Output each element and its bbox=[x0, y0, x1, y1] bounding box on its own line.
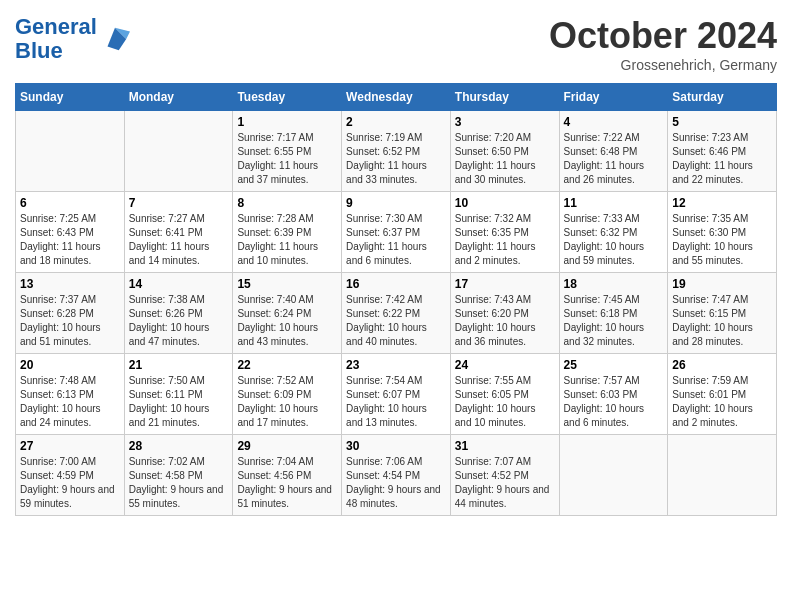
calendar-day-cell: 19Sunrise: 7:47 AM Sunset: 6:15 PM Dayli… bbox=[668, 273, 777, 354]
day-info: Sunrise: 7:55 AM Sunset: 6:05 PM Dayligh… bbox=[455, 374, 555, 430]
calendar-day-cell: 9Sunrise: 7:30 AM Sunset: 6:37 PM Daylig… bbox=[342, 192, 451, 273]
day-number: 8 bbox=[237, 196, 337, 210]
weekday-header: Sunday bbox=[16, 84, 125, 111]
title-block: October 2024 Grossenehrich, Germany bbox=[549, 15, 777, 73]
calendar-day-cell: 5Sunrise: 7:23 AM Sunset: 6:46 PM Daylig… bbox=[668, 111, 777, 192]
day-info: Sunrise: 7:07 AM Sunset: 4:52 PM Dayligh… bbox=[455, 455, 555, 511]
day-number: 27 bbox=[20, 439, 120, 453]
calendar-week-row: 20Sunrise: 7:48 AM Sunset: 6:13 PM Dayli… bbox=[16, 354, 777, 435]
day-number: 3 bbox=[455, 115, 555, 129]
calendar-day-cell: 4Sunrise: 7:22 AM Sunset: 6:48 PM Daylig… bbox=[559, 111, 668, 192]
day-info: Sunrise: 7:54 AM Sunset: 6:07 PM Dayligh… bbox=[346, 374, 446, 430]
calendar-week-row: 6Sunrise: 7:25 AM Sunset: 6:43 PM Daylig… bbox=[16, 192, 777, 273]
day-info: Sunrise: 7:04 AM Sunset: 4:56 PM Dayligh… bbox=[237, 455, 337, 511]
calendar-table: SundayMondayTuesdayWednesdayThursdayFrid… bbox=[15, 83, 777, 516]
calendar-day-cell: 6Sunrise: 7:25 AM Sunset: 6:43 PM Daylig… bbox=[16, 192, 125, 273]
calendar-day-cell: 23Sunrise: 7:54 AM Sunset: 6:07 PM Dayli… bbox=[342, 354, 451, 435]
day-number: 29 bbox=[237, 439, 337, 453]
calendar-day-cell: 14Sunrise: 7:38 AM Sunset: 6:26 PM Dayli… bbox=[124, 273, 233, 354]
calendar-day-cell: 21Sunrise: 7:50 AM Sunset: 6:11 PM Dayli… bbox=[124, 354, 233, 435]
day-number: 11 bbox=[564, 196, 664, 210]
day-number: 19 bbox=[672, 277, 772, 291]
day-info: Sunrise: 7:27 AM Sunset: 6:41 PM Dayligh… bbox=[129, 212, 229, 268]
day-info: Sunrise: 7:52 AM Sunset: 6:09 PM Dayligh… bbox=[237, 374, 337, 430]
day-info: Sunrise: 7:22 AM Sunset: 6:48 PM Dayligh… bbox=[564, 131, 664, 187]
calendar-day-cell bbox=[668, 435, 777, 516]
day-number: 10 bbox=[455, 196, 555, 210]
calendar-day-cell: 29Sunrise: 7:04 AM Sunset: 4:56 PM Dayli… bbox=[233, 435, 342, 516]
calendar-day-cell: 10Sunrise: 7:32 AM Sunset: 6:35 PM Dayli… bbox=[450, 192, 559, 273]
calendar-day-cell: 17Sunrise: 7:43 AM Sunset: 6:20 PM Dayli… bbox=[450, 273, 559, 354]
day-number: 25 bbox=[564, 358, 664, 372]
day-number: 22 bbox=[237, 358, 337, 372]
day-info: Sunrise: 7:48 AM Sunset: 6:13 PM Dayligh… bbox=[20, 374, 120, 430]
calendar-body: 1Sunrise: 7:17 AM Sunset: 6:55 PM Daylig… bbox=[16, 111, 777, 516]
day-info: Sunrise: 7:33 AM Sunset: 6:32 PM Dayligh… bbox=[564, 212, 664, 268]
calendar-day-cell: 16Sunrise: 7:42 AM Sunset: 6:22 PM Dayli… bbox=[342, 273, 451, 354]
calendar-day-cell: 15Sunrise: 7:40 AM Sunset: 6:24 PM Dayli… bbox=[233, 273, 342, 354]
calendar-week-row: 27Sunrise: 7:00 AM Sunset: 4:59 PM Dayli… bbox=[16, 435, 777, 516]
day-info: Sunrise: 7:23 AM Sunset: 6:46 PM Dayligh… bbox=[672, 131, 772, 187]
logo-text: General Blue bbox=[15, 15, 97, 63]
calendar-day-cell: 25Sunrise: 7:57 AM Sunset: 6:03 PM Dayli… bbox=[559, 354, 668, 435]
calendar-day-cell: 1Sunrise: 7:17 AM Sunset: 6:55 PM Daylig… bbox=[233, 111, 342, 192]
calendar-day-cell: 28Sunrise: 7:02 AM Sunset: 4:58 PM Dayli… bbox=[124, 435, 233, 516]
day-number: 1 bbox=[237, 115, 337, 129]
calendar-week-row: 13Sunrise: 7:37 AM Sunset: 6:28 PM Dayli… bbox=[16, 273, 777, 354]
day-info: Sunrise: 7:57 AM Sunset: 6:03 PM Dayligh… bbox=[564, 374, 664, 430]
day-info: Sunrise: 7:19 AM Sunset: 6:52 PM Dayligh… bbox=[346, 131, 446, 187]
calendar-header: SundayMondayTuesdayWednesdayThursdayFrid… bbox=[16, 84, 777, 111]
day-info: Sunrise: 7:17 AM Sunset: 6:55 PM Dayligh… bbox=[237, 131, 337, 187]
calendar-day-cell: 18Sunrise: 7:45 AM Sunset: 6:18 PM Dayli… bbox=[559, 273, 668, 354]
calendar-day-cell bbox=[16, 111, 125, 192]
day-info: Sunrise: 7:42 AM Sunset: 6:22 PM Dayligh… bbox=[346, 293, 446, 349]
location: Grossenehrich, Germany bbox=[549, 57, 777, 73]
day-info: Sunrise: 7:50 AM Sunset: 6:11 PM Dayligh… bbox=[129, 374, 229, 430]
page-header: General Blue October 2024 Grossenehrich,… bbox=[15, 15, 777, 73]
calendar-day-cell: 11Sunrise: 7:33 AM Sunset: 6:32 PM Dayli… bbox=[559, 192, 668, 273]
day-info: Sunrise: 7:47 AM Sunset: 6:15 PM Dayligh… bbox=[672, 293, 772, 349]
day-number: 13 bbox=[20, 277, 120, 291]
day-info: Sunrise: 7:25 AM Sunset: 6:43 PM Dayligh… bbox=[20, 212, 120, 268]
weekday-header: Monday bbox=[124, 84, 233, 111]
day-info: Sunrise: 7:40 AM Sunset: 6:24 PM Dayligh… bbox=[237, 293, 337, 349]
day-number: 6 bbox=[20, 196, 120, 210]
day-info: Sunrise: 7:02 AM Sunset: 4:58 PM Dayligh… bbox=[129, 455, 229, 511]
calendar-day-cell: 24Sunrise: 7:55 AM Sunset: 6:05 PM Dayli… bbox=[450, 354, 559, 435]
calendar-day-cell: 3Sunrise: 7:20 AM Sunset: 6:50 PM Daylig… bbox=[450, 111, 559, 192]
weekday-header: Wednesday bbox=[342, 84, 451, 111]
day-number: 9 bbox=[346, 196, 446, 210]
day-info: Sunrise: 7:32 AM Sunset: 6:35 PM Dayligh… bbox=[455, 212, 555, 268]
calendar-day-cell: 22Sunrise: 7:52 AM Sunset: 6:09 PM Dayli… bbox=[233, 354, 342, 435]
calendar-day-cell: 13Sunrise: 7:37 AM Sunset: 6:28 PM Dayli… bbox=[16, 273, 125, 354]
day-info: Sunrise: 7:06 AM Sunset: 4:54 PM Dayligh… bbox=[346, 455, 446, 511]
calendar-day-cell: 7Sunrise: 7:27 AM Sunset: 6:41 PM Daylig… bbox=[124, 192, 233, 273]
weekday-header: Saturday bbox=[668, 84, 777, 111]
weekday-row: SundayMondayTuesdayWednesdayThursdayFrid… bbox=[16, 84, 777, 111]
month-title: October 2024 bbox=[549, 15, 777, 57]
logo-icon bbox=[100, 24, 130, 54]
day-info: Sunrise: 7:35 AM Sunset: 6:30 PM Dayligh… bbox=[672, 212, 772, 268]
day-number: 18 bbox=[564, 277, 664, 291]
weekday-header: Friday bbox=[559, 84, 668, 111]
calendar-day-cell: 12Sunrise: 7:35 AM Sunset: 6:30 PM Dayli… bbox=[668, 192, 777, 273]
day-number: 2 bbox=[346, 115, 446, 129]
day-number: 16 bbox=[346, 277, 446, 291]
day-number: 7 bbox=[129, 196, 229, 210]
logo: General Blue bbox=[15, 15, 130, 63]
day-info: Sunrise: 7:37 AM Sunset: 6:28 PM Dayligh… bbox=[20, 293, 120, 349]
day-number: 14 bbox=[129, 277, 229, 291]
day-number: 15 bbox=[237, 277, 337, 291]
calendar-day-cell: 27Sunrise: 7:00 AM Sunset: 4:59 PM Dayli… bbox=[16, 435, 125, 516]
day-info: Sunrise: 7:00 AM Sunset: 4:59 PM Dayligh… bbox=[20, 455, 120, 511]
day-info: Sunrise: 7:43 AM Sunset: 6:20 PM Dayligh… bbox=[455, 293, 555, 349]
day-info: Sunrise: 7:59 AM Sunset: 6:01 PM Dayligh… bbox=[672, 374, 772, 430]
calendar-day-cell bbox=[559, 435, 668, 516]
day-number: 21 bbox=[129, 358, 229, 372]
day-number: 12 bbox=[672, 196, 772, 210]
calendar-day-cell: 26Sunrise: 7:59 AM Sunset: 6:01 PM Dayli… bbox=[668, 354, 777, 435]
day-number: 17 bbox=[455, 277, 555, 291]
day-info: Sunrise: 7:30 AM Sunset: 6:37 PM Dayligh… bbox=[346, 212, 446, 268]
day-info: Sunrise: 7:45 AM Sunset: 6:18 PM Dayligh… bbox=[564, 293, 664, 349]
day-number: 5 bbox=[672, 115, 772, 129]
